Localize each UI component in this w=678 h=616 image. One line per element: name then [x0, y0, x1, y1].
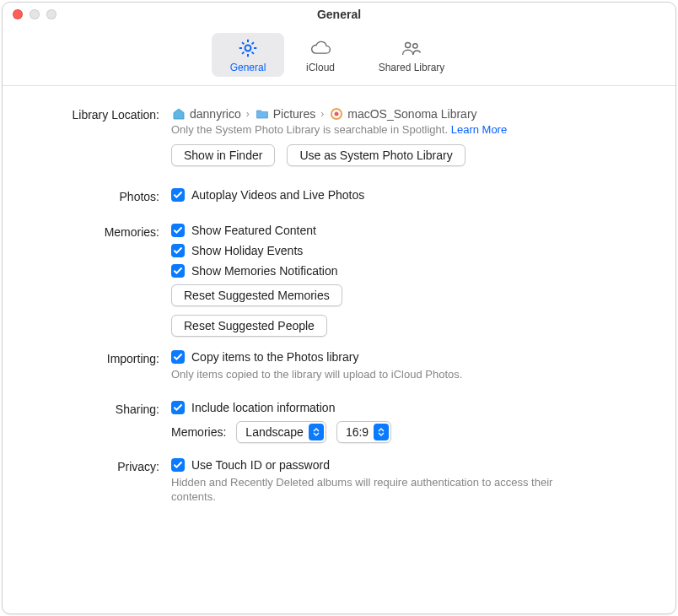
tab-icloud[interactable]: iCloud — [284, 33, 357, 77]
svg-point-2 — [413, 44, 417, 48]
show-memories-notif-label: Show Memories Notification — [191, 264, 338, 278]
tab-general[interactable]: General — [212, 33, 284, 77]
window-controls — [13, 9, 56, 19]
toolbar: General iCloud Shared Library — [3, 26, 675, 86]
learn-more-link[interactable]: Learn More — [451, 123, 507, 136]
close-window-button[interactable] — [13, 9, 23, 19]
breadcrumb-segment: dannyrico — [190, 107, 241, 121]
touchid-checkbox[interactable] — [171, 458, 185, 472]
cloud-icon — [309, 36, 332, 60]
photos-library-icon — [329, 106, 344, 122]
use-as-system-library-button[interactable]: Use as System Photo Library — [287, 144, 465, 166]
gear-icon — [236, 36, 260, 60]
home-folder-icon — [171, 106, 186, 122]
sharing-label: Sharing: — [28, 401, 171, 416]
tab-shared-library[interactable]: Shared Library — [357, 33, 466, 77]
show-holiday-checkbox[interactable] — [171, 244, 185, 257]
people-icon — [400, 36, 423, 60]
importing-label: Importing: — [28, 350, 171, 365]
breadcrumb-segment: Pictures — [273, 107, 316, 121]
autoplay-label: Autoplay Videos and Live Photos — [191, 188, 364, 202]
include-location-checkbox[interactable] — [171, 401, 185, 414]
svg-point-0 — [245, 46, 251, 51]
privacy-note: Hidden and Recently Deleted albums will … — [171, 475, 576, 505]
window-title: General — [3, 8, 675, 21]
show-featured-checkbox[interactable] — [171, 224, 185, 237]
updown-chevron-icon — [374, 424, 389, 440]
orientation-popup[interactable]: Landscape — [236, 421, 326, 443]
chevron-right-icon: › — [245, 108, 251, 120]
autoplay-checkbox[interactable] — [171, 188, 185, 202]
show-featured-label: Show Featured Content — [191, 224, 316, 237]
copy-items-label: Copy items to the Photos library — [191, 350, 358, 364]
settings-window: General General iCloud — [2, 2, 676, 614]
aspect-popup[interactable]: 16:9 — [336, 421, 391, 443]
photos-label: Photos: — [28, 188, 171, 203]
titlebar: General — [3, 3, 675, 26]
updown-chevron-icon — [309, 424, 324, 440]
chevron-right-icon: › — [319, 108, 326, 120]
touchid-label: Use Touch ID or password — [191, 458, 330, 472]
breadcrumb-segment: macOS_Sonoma Library — [347, 107, 476, 121]
svg-point-4 — [335, 112, 339, 116]
reset-suggested-people-button[interactable]: Reset Suggested People — [171, 315, 327, 337]
reset-suggested-memories-button[interactable]: Reset Suggested Memories — [171, 284, 342, 306]
show-holiday-label: Show Holiday Events — [191, 244, 303, 257]
privacy-label: Privacy: — [28, 458, 171, 473]
memories-format-label: Memories: — [171, 425, 226, 439]
library-location-label: Library Location: — [28, 106, 171, 122]
library-spotlight-note: Only the System Photo Library is searcha… — [171, 123, 650, 136]
minimize-window-button[interactable] — [30, 9, 40, 19]
library-path-breadcrumb[interactable]: dannyrico › Pictures › macOS_Sonoma Libr… — [171, 106, 650, 122]
copy-items-checkbox[interactable] — [171, 350, 185, 364]
zoom-window-button[interactable] — [46, 9, 56, 19]
importing-note: Only items copied to the library will up… — [171, 367, 650, 382]
folder-icon — [255, 106, 270, 122]
memories-label: Memories: — [28, 224, 171, 239]
include-location-label: Include location information — [191, 401, 335, 414]
show-in-finder-button[interactable]: Show in Finder — [171, 144, 275, 166]
content-area: Library Location: dannyrico › Pictures › — [3, 86, 675, 532]
show-memories-notif-checkbox[interactable] — [171, 264, 185, 278]
svg-point-1 — [406, 42, 411, 47]
